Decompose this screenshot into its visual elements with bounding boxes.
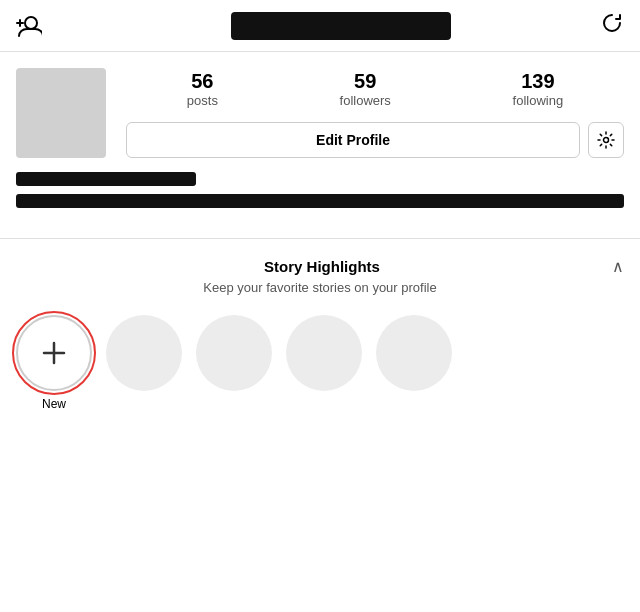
header-left (16, 15, 42, 37)
highlights-header: Story Highlights ∧ (16, 257, 624, 276)
following-label: following (513, 93, 564, 108)
highlight-item-4 (376, 315, 452, 391)
bio-area (16, 172, 624, 208)
new-highlight-item[interactable]: New (16, 315, 92, 411)
avatar (16, 68, 106, 158)
highlight-circle-2 (196, 315, 272, 391)
followers-count: 59 (354, 69, 376, 93)
stats-row: 56 posts 59 followers 139 following (126, 69, 624, 108)
highlight-circle-1 (106, 315, 182, 391)
svg-point-3 (604, 137, 609, 142)
highlights-subtitle: Keep your favorite stories on your profi… (16, 280, 624, 295)
posts-label: posts (187, 93, 218, 108)
following-stat[interactable]: 139 following (513, 69, 564, 108)
highlight-circle-3 (286, 315, 362, 391)
highlights-title: Story Highlights (40, 258, 604, 275)
highlight-item-2 (196, 315, 272, 391)
bio-text-bar (16, 194, 624, 208)
profile-top: 56 posts 59 followers 139 following Edit… (16, 68, 624, 158)
stats-area: 56 posts 59 followers 139 following Edit… (126, 69, 624, 158)
new-highlight-circle[interactable] (16, 315, 92, 391)
followers-label: followers (340, 93, 391, 108)
chevron-up-icon[interactable]: ∧ (612, 257, 624, 276)
highlights-row: New (16, 315, 624, 411)
add-user-icon[interactable] (16, 15, 42, 37)
profile-section: 56 posts 59 followers 139 following Edit… (0, 52, 640, 228)
edit-profile-button[interactable]: Edit Profile (126, 122, 580, 158)
new-highlight-label: New (42, 397, 66, 411)
followers-stat[interactable]: 59 followers (340, 69, 391, 108)
posts-stat[interactable]: 56 posts (187, 69, 218, 108)
highlights-section: Story Highlights ∧ Keep your favorite st… (0, 239, 640, 427)
posts-count: 56 (191, 69, 213, 93)
highlight-circle-4 (376, 315, 452, 391)
app-header (0, 0, 640, 52)
history-icon[interactable] (600, 11, 624, 41)
highlight-item-3 (286, 315, 362, 391)
settings-button[interactable] (588, 122, 624, 158)
following-count: 139 (521, 69, 554, 93)
bio-name-bar (16, 172, 196, 186)
highlight-item-1 (106, 315, 182, 391)
svg-point-0 (25, 17, 37, 29)
username-bar (231, 12, 451, 40)
profile-buttons-row: Edit Profile (126, 122, 624, 158)
